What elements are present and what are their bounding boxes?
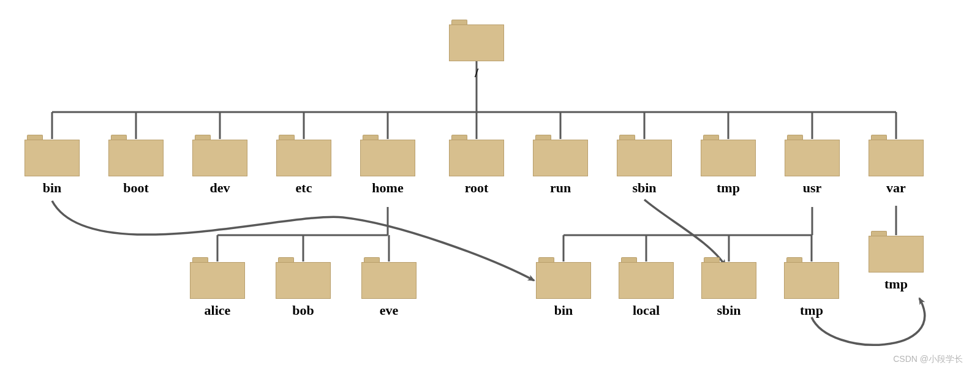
- folder-icon: [190, 256, 245, 299]
- folder-eve: eve: [361, 256, 417, 318]
- folder-icon: [785, 133, 840, 176]
- folder-alice: alice: [190, 256, 245, 318]
- folder-label: tmp: [701, 180, 756, 196]
- folder-icon: [449, 18, 504, 61]
- folder-label: run: [533, 180, 588, 196]
- folder-label: bob: [276, 303, 331, 318]
- folder-icon: [701, 133, 756, 176]
- folder-dev: dev: [192, 133, 247, 196]
- folder-icon: [869, 230, 924, 273]
- folder-label: var: [869, 180, 924, 196]
- folder-label: root: [449, 180, 504, 196]
- folder-bob: bob: [276, 256, 331, 318]
- folder-label: dev: [192, 180, 247, 196]
- folder-label: tmp: [784, 303, 839, 318]
- folder-icon: [276, 256, 331, 299]
- folder-usr-local: local: [619, 256, 674, 318]
- folder-label: bin: [536, 303, 591, 318]
- folder-label: home: [360, 180, 415, 196]
- folder-boot: boot: [108, 133, 164, 196]
- folder-bin: bin: [24, 133, 80, 196]
- folder-label: eve: [361, 303, 417, 318]
- folder-sbin: sbin: [617, 133, 672, 196]
- folder-icon: [276, 133, 331, 176]
- folder-usr-bin: bin: [536, 256, 591, 318]
- folder-tmp: tmp: [701, 133, 756, 196]
- folder-label: usr: [785, 180, 840, 196]
- folder-label: tmp: [869, 276, 924, 292]
- folder-icon: [701, 256, 756, 299]
- folder-etc: etc: [276, 133, 331, 196]
- folder-label: alice: [190, 303, 245, 318]
- folder-icon: [617, 133, 672, 176]
- folder-var: var: [869, 133, 924, 196]
- folder-label: boot: [108, 180, 164, 196]
- watermark-text: CSDN @小段学长: [893, 354, 963, 365]
- folder-icon: [869, 133, 924, 176]
- folder-root-slash: /: [449, 18, 504, 81]
- folder-run: run: [533, 133, 588, 196]
- folder-icon: [360, 133, 415, 176]
- folder-usr: usr: [785, 133, 840, 196]
- folder-label: local: [619, 303, 674, 318]
- folder-icon: [619, 256, 674, 299]
- folder-icon: [24, 133, 80, 176]
- folder-label: sbin: [617, 180, 672, 196]
- folder-icon: [108, 133, 164, 176]
- folder-icon: [536, 256, 591, 299]
- folder-var-tmp: tmp: [869, 230, 924, 292]
- folder-icon: [361, 256, 417, 299]
- folder-usr-sbin: sbin: [701, 256, 756, 318]
- folder-home: home: [360, 133, 415, 196]
- folder-label: /: [449, 65, 504, 81]
- folder-label: bin: [24, 180, 80, 196]
- folder-icon: [784, 256, 839, 299]
- folder-root: root: [449, 133, 504, 196]
- folder-icon: [192, 133, 247, 176]
- folder-label: etc: [276, 180, 331, 196]
- folder-usr-tmp: tmp: [784, 256, 839, 318]
- folder-label: sbin: [701, 303, 756, 318]
- folder-icon: [533, 133, 588, 176]
- folder-icon: [449, 133, 504, 176]
